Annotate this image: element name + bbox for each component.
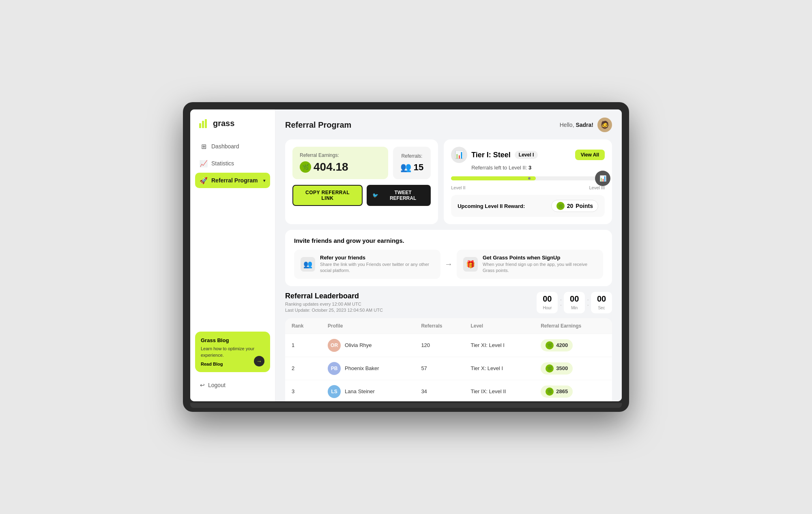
countdown-hour: 00 Hour (537, 292, 558, 313)
referral-icon: 🚀 (200, 177, 207, 184)
app-name: grass (213, 119, 234, 128)
sidebar-item-dashboard[interactable]: ⊞ Dashboard (195, 139, 270, 154)
reward-points: 20 (567, 203, 574, 209)
greeting-text: Hello, Sadra! (560, 122, 593, 128)
tweet-referral-button[interactable]: 🐦 TWEET REFERRAL (367, 185, 431, 206)
blog-card-description: Learn how to optimize your experience. (201, 346, 264, 358)
tweet-label: TWEET REFERRAL (381, 190, 425, 201)
invite-steps: 👥 Refer your friends Share the link with… (294, 250, 603, 279)
table-row: 2 PB Phoenix Baker 57 Tier X: Level I 🌿 … (285, 357, 612, 380)
progress-labels: Level II Level III (451, 184, 605, 192)
table-row: 3 LS Lana Steiner 34 Tier IX: Level II 🌿… (285, 380, 612, 401)
progress-midpoint (528, 177, 531, 180)
cell-level: Tier X: Level I (464, 357, 534, 380)
invite-title: Invite friends and grow your earnings. (294, 237, 603, 244)
logo-area: grass (190, 118, 275, 139)
cell-referrals: 120 (415, 334, 464, 357)
page-title: Referral Program (285, 120, 351, 130)
countdown-sec: 00 Sec (591, 292, 612, 313)
app-container: grass ⊞ Dashboard 📈 Statistics 🚀 Referra… (190, 109, 622, 401)
col-rank: Rank (285, 318, 321, 334)
svg-rect-7 (205, 119, 207, 128)
col-level: Level (464, 318, 534, 334)
blog-arrow-button[interactable]: → (254, 356, 264, 366)
laptop-chin (190, 403, 622, 408)
cell-referrals: 34 (415, 380, 464, 401)
reward-coin-icon: 🌿 (556, 202, 565, 210)
countdown-divider-1: •• (560, 292, 561, 313)
cell-referrals: 57 (415, 357, 464, 380)
table-body: 1 OR Olivia Rhye 120 Tier XI: Level I 🌿 … (285, 334, 612, 401)
referrals-left: Referrals left to Level II: 3 (451, 165, 605, 171)
hour-label: Hour (543, 306, 552, 310)
sidebar-item-statistics[interactable]: 📈 Statistics (195, 156, 270, 171)
svg-rect-5 (199, 123, 201, 128)
statistics-icon: 📈 (200, 160, 207, 167)
level-badge: Level I (515, 151, 538, 159)
leaderboard-title: Referral Leaderboard (285, 292, 383, 300)
invite-step-1: 👥 Refer your friends Share the link with… (294, 250, 440, 279)
earnings-number: 404.18 (314, 161, 348, 173)
upcoming-reward: Upcoming Level II Reward: 🌿 20 Points (451, 195, 605, 217)
step-2-desc: When your friend sign up on the app, you… (483, 261, 597, 274)
table-row: 1 OR Olivia Rhye 120 Tier XI: Level I 🌿 … (285, 334, 612, 357)
referral-buttons: COPY REFERRAL LINK 🐦 TWEET REFERRAL (292, 185, 431, 206)
step-2-icon: 🎁 (463, 257, 478, 272)
dashboard-icon: ⊞ (200, 143, 207, 150)
step-arrow: → (445, 259, 453, 269)
leaderboard-last-update: Last Update: October 25, 2023 12:04:50 A… (285, 308, 383, 313)
view-all-button[interactable]: View All (575, 150, 605, 160)
copy-referral-button[interactable]: COPY REFERRAL LINK (292, 185, 363, 206)
reward-label: Upcoming Level II Reward: (458, 203, 525, 209)
twitter-icon: 🐦 (372, 193, 378, 198)
earnings-box: Referral Earnings: 🌿 404.18 (292, 147, 388, 179)
countdown-divider-2: •• (587, 292, 589, 313)
invite-step-2: 🎁 Get Grass Points when SignUp When your… (457, 250, 603, 279)
cell-earnings: 🌿 2865 (534, 380, 612, 401)
progress-bar-bg: 📊 (451, 176, 605, 180)
chevron-down-icon: ▾ (263, 178, 265, 183)
tier-icon: 📊 (451, 147, 467, 163)
cell-earnings: 🌿 3500 (534, 357, 612, 380)
sec-label: Sec (598, 306, 605, 310)
referrals-box: Referrals: 👥 15 (393, 147, 431, 179)
progress-thumb: 📊 (595, 171, 610, 186)
leaderboard-update-text: Ranking updates every 12:00 AM UTC (285, 302, 383, 306)
sidebar-item-label-referral: Referral Program (211, 177, 258, 184)
logout-label: Logout (208, 382, 226, 388)
cell-profile: LS Lana Steiner (321, 380, 415, 401)
grass-logo-icon (198, 118, 210, 129)
referrals-icon: 👥 (400, 162, 411, 173)
progress-bar-fill (451, 176, 535, 180)
reward-value: 🌿 20 Points (551, 200, 598, 212)
earnings-referrals-inner: Referral Earnings: 🌿 404.18 Referrals: 👥 (292, 147, 431, 179)
laptop-frame: grass ⊞ Dashboard 📈 Statistics 🚀 Referra… (183, 102, 629, 412)
sidebar-item-label-statistics: Statistics (211, 160, 234, 167)
col-referrals: Referrals (415, 318, 464, 334)
sidebar-item-referral[interactable]: 🚀 Referral Program ▾ (195, 173, 270, 188)
avatar: 🧔 (597, 118, 612, 132)
leaderboard-title-area: Referral Leaderboard Ranking updates eve… (285, 292, 383, 313)
logout-button[interactable]: ↩ Logout (190, 377, 275, 393)
step-1-desc: Share the link with you Friends over twi… (320, 261, 434, 274)
cell-rank: 1 (285, 334, 321, 357)
leaderboard-section: Referral Leaderboard Ranking updates eve… (285, 292, 612, 401)
laptop-screen: grass ⊞ Dashboard 📈 Statistics 🚀 Referra… (190, 109, 622, 401)
sidebar-item-label-dashboard: Dashboard (211, 143, 239, 150)
referrals-number: 15 (414, 162, 423, 173)
page-header: Referral Program Hello, Sadra! 🧔 (285, 118, 612, 132)
step-1-icon: 👥 (301, 257, 315, 272)
step-2-title: Get Grass Points when SignUp (483, 255, 597, 261)
countdown-boxes: 00 Hour •• 00 Min •• (537, 292, 612, 313)
sec-value: 00 (596, 294, 607, 304)
leaderboard-table: Rank Profile Referrals Level Referral Ea… (285, 318, 612, 401)
blog-card-title: Grass Blog (201, 337, 264, 343)
leaderboard-data-table: Rank Profile Referrals Level Referral Ea… (285, 318, 612, 401)
nav-items: ⊞ Dashboard 📈 Statistics 🚀 Referral Prog… (190, 139, 275, 233)
step-2-text: Get Grass Points when SignUp When your f… (483, 255, 597, 274)
tier-title-row: 📊 Tier I: Steel Level I (451, 147, 538, 163)
invite-card: Invite friends and grow your earnings. 👥… (285, 230, 612, 286)
earnings-card: Referral Earnings: 🌿 404.18 Referrals: 👥 (285, 139, 438, 224)
tier-header: 📊 Tier I: Steel Level I View All (451, 147, 605, 163)
progress-bar-container: 📊 (451, 176, 605, 180)
